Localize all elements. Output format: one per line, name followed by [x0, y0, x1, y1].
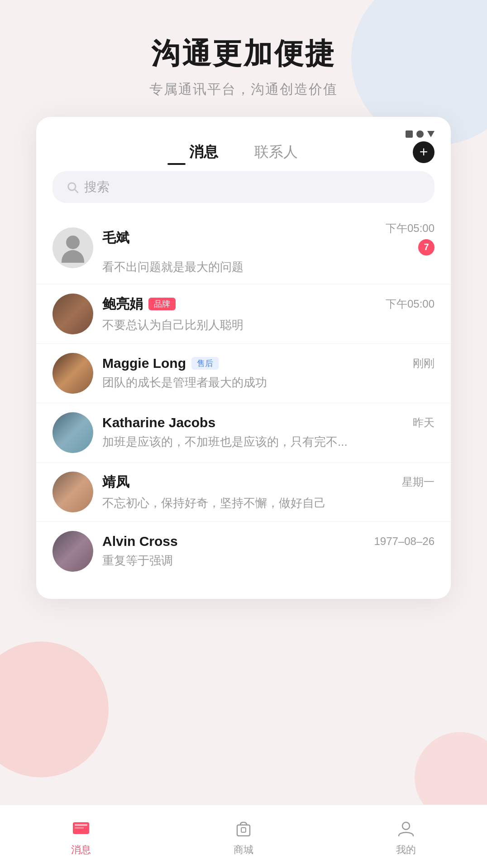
contact-name: Katharine Jacobs [102, 415, 215, 430]
message-time: 刚刚 [413, 356, 434, 371]
conversation-content: 毛斌 下午05:00 7 看不出问题就是最大的问题 [102, 221, 434, 275]
after-badge: 售后 [191, 357, 219, 370]
conversation-header: 毛斌 下午05:00 7 [102, 221, 434, 256]
contact-name: Alvin Cross [102, 534, 178, 549]
message-time: 星期一 [402, 475, 434, 489]
conversation-item[interactable]: 鲍亮娟 品牌 下午05:00 不要总认为自己比别人聪明 [36, 285, 451, 344]
conversation-content: Alvin Cross 1977–08–26 重复等于强调 [102, 534, 434, 569]
message-time: 下午05:00 [386, 221, 434, 236]
conversation-header: Alvin Cross 1977–08–26 [102, 534, 434, 549]
avatar [53, 472, 93, 512]
svg-line-1 [75, 189, 77, 192]
nav-label-messages: 消息 [71, 843, 91, 857]
contact-name: 靖凤 [102, 473, 129, 492]
message-preview: 重复等于强调 [102, 553, 434, 569]
svg-rect-4 [75, 827, 84, 829]
name-row: Katharine Jacobs [102, 415, 215, 430]
tab-bar: 消息 联系人 + [36, 142, 451, 171]
avatar-body [62, 250, 84, 263]
conversation-item[interactable]: 毛斌 下午05:00 7 看不出问题就是最大的问题 [36, 212, 451, 285]
brand-badge: 品牌 [148, 298, 176, 310]
conversation-item[interactable]: Alvin Cross 1977–08–26 重复等于强调 [36, 522, 451, 581]
name-row: Maggie Long 售后 [102, 356, 219, 371]
avatar [53, 412, 93, 453]
avatar [53, 227, 93, 268]
conversation-item[interactable]: Maggie Long 售后 刚刚 团队的成长是管理者最大的成功 [36, 344, 451, 403]
svg-rect-3 [75, 824, 87, 826]
status-icon-square [406, 130, 413, 138]
conversation-header: Katharine Jacobs 昨天 [102, 415, 434, 430]
search-bar[interactable]: 搜索 [53, 171, 434, 203]
tab-underline [167, 163, 186, 165]
message-time: 昨天 [413, 415, 434, 430]
conversation-header: 鲍亮娟 品牌 下午05:00 [102, 295, 434, 313]
conv-right: 下午05:00 7 [386, 221, 434, 256]
nav-item-profile[interactable]: 我的 [325, 817, 487, 857]
header-section: 沟通更加便捷 专属通讯平台，沟通创造价值 [0, 0, 487, 117]
avatar-head [66, 236, 80, 249]
search-placeholder: 搜索 [84, 178, 110, 196]
name-row: 靖凤 [102, 473, 129, 492]
sub-title: 专属通讯平台，沟通创造价值 [0, 80, 487, 99]
unread-badge: 7 [418, 239, 434, 256]
conversation-header: 靖凤 星期一 [102, 473, 434, 492]
contact-name: 鲍亮娟 [102, 295, 143, 313]
plus-icon: + [420, 145, 428, 159]
svg-rect-5 [237, 825, 250, 836]
message-preview: 团队的成长是管理者最大的成功 [102, 375, 434, 391]
contact-name: 毛斌 [102, 229, 129, 247]
conversation-item[interactable]: Katharine Jacobs 昨天 加班是应该的，不加班也是应该的，只有完不… [36, 403, 451, 463]
nav-label-profile: 我的 [396, 843, 416, 857]
avatar [53, 294, 93, 334]
name-row: Alvin Cross [102, 534, 178, 549]
message-icon [69, 817, 93, 840]
default-avatar [53, 227, 93, 268]
conversation-content: 靖凤 星期一 不忘初心，保持好奇，坚持不懈，做好自己 [102, 473, 434, 511]
tab-contacts[interactable]: 联系人 [236, 142, 316, 162]
nav-item-messages[interactable]: 消息 [0, 817, 162, 857]
message-preview: 不要总认为自己比别人聪明 [102, 317, 434, 333]
conversation-item[interactable]: 靖凤 星期一 不忘初心，保持好奇，坚持不懈，做好自己 [36, 463, 451, 522]
conversation-list: 毛斌 下午05:00 7 看不出问题就是最大的问题 鲍亮娟 品牌 [36, 212, 451, 581]
conversation-content: Maggie Long 售后 刚刚 团队的成长是管理者最大的成功 [102, 356, 434, 391]
conversation-content: Katharine Jacobs 昨天 加班是应该的，不加班也是应该的，只有完不… [102, 415, 434, 450]
message-preview: 不忘初心，保持好奇，坚持不懈，做好自己 [102, 495, 434, 511]
profile-icon [394, 817, 418, 840]
message-time: 1977–08–26 [374, 535, 434, 548]
name-row: 鲍亮娟 品牌 [102, 295, 176, 313]
nav-item-shop[interactable]: 商城 [162, 817, 325, 857]
avatar [53, 353, 93, 394]
main-title: 沟通更加便捷 [0, 36, 487, 71]
phone-card: 消息 联系人 + 搜索 毛斌 [36, 117, 451, 599]
svg-rect-6 [241, 828, 246, 832]
status-icon-dot [416, 130, 424, 138]
contact-name: Maggie Long [102, 356, 186, 371]
avatar [53, 531, 93, 572]
status-bar [36, 130, 451, 142]
tab-messages[interactable]: 消息 [171, 142, 236, 162]
search-icon [66, 181, 79, 193]
bg-decoration-bottom-left [0, 641, 109, 777]
conversation-header: Maggie Long 售后 刚刚 [102, 356, 434, 371]
message-preview: 加班是应该的，不加班也是应该的，只有完不... [102, 434, 434, 450]
name-row: 毛斌 [102, 229, 129, 247]
svg-point-7 [402, 822, 410, 829]
message-time: 下午05:00 [386, 297, 434, 311]
nav-label-shop: 商城 [234, 843, 253, 857]
status-icon-triangle [427, 131, 434, 137]
bottom-nav: 消息 商城 我的 [0, 805, 487, 868]
add-button[interactable]: + [413, 141, 434, 163]
message-preview: 看不出问题就是最大的问题 [102, 259, 434, 275]
shop-icon [232, 817, 255, 840]
conversation-content: 鲍亮娟 品牌 下午05:00 不要总认为自己比别人聪明 [102, 295, 434, 333]
